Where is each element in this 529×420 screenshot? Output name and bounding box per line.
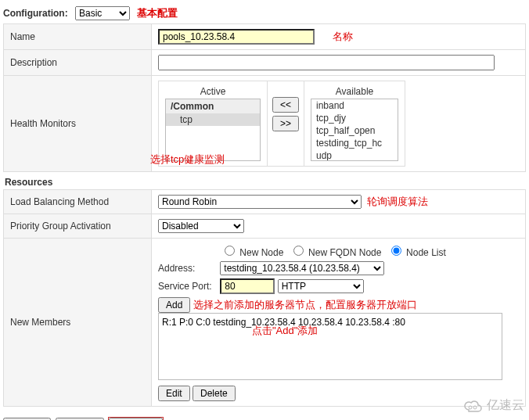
configuration-select[interactable]: Basic: [75, 6, 130, 20]
move-right-button[interactable]: >>: [272, 116, 299, 131]
name-input[interactable]: [158, 29, 315, 45]
description-input[interactable]: [158, 55, 495, 70]
resources-title: Resources: [3, 172, 526, 189]
lb-method-label: Load Balancing Method: [10, 196, 109, 207]
available-listbox[interactable]: inband tcp_djy tcp_half_open testding_tc…: [311, 99, 398, 161]
address-label: Address:: [158, 263, 218, 274]
pga-label: Priority Group Activation: [10, 221, 111, 232]
note-add-node: 选择之前添加的服务器节点，配置服务器开放端口: [193, 299, 417, 311]
radio-new-fqdn[interactable]: New FQDN Node: [290, 247, 382, 258]
avail-item-2[interactable]: tcp_half_open: [311, 124, 398, 137]
avail-item-1[interactable]: tcp_djy: [311, 112, 398, 124]
avail-item-0[interactable]: inband: [311, 99, 398, 112]
pga-select[interactable]: Disabled: [158, 219, 244, 233]
radio-node-list[interactable]: Node List: [387, 247, 446, 258]
active-title: Active: [165, 86, 261, 99]
radio-new-node[interactable]: New Node: [221, 247, 283, 258]
note-lb: 轮询调度算法: [367, 196, 428, 207]
service-port-input[interactable]: [220, 278, 275, 294]
members-listbox[interactable]: R:1 P:0 C:0 testding_10.23.58.4 10.23.58…: [158, 313, 502, 380]
add-button[interactable]: Add: [158, 297, 190, 313]
note-tcp-monitor: 选择tcp健康监测: [150, 153, 519, 167]
edit-button[interactable]: Edit: [158, 386, 190, 401]
note-basic-config: 基本配置: [137, 7, 178, 19]
watermark: 亿速云: [463, 397, 524, 414]
description-label: Description: [10, 57, 57, 68]
active-item-tcp[interactable]: tcp: [166, 113, 260, 126]
configuration-label: Configuration:: [3, 8, 68, 19]
service-port-label: Service Port:: [158, 281, 218, 292]
active-listbox[interactable]: /Common tcp: [165, 99, 261, 161]
svg-point-1: [473, 406, 477, 409]
resources-table: Load Balancing Method Round Robin 轮询调度算法…: [3, 189, 526, 407]
active-group: /Common: [166, 99, 260, 113]
cloud-icon: [463, 400, 484, 412]
note-name: 名称: [333, 31, 353, 42]
available-title: Available: [311, 86, 398, 99]
health-monitors-label: Health Monitors: [10, 118, 76, 129]
delete-button[interactable]: Delete: [193, 386, 236, 401]
svg-point-0: [469, 406, 472, 409]
service-port-select[interactable]: HTTP: [278, 279, 364, 293]
new-members-label: New Members: [10, 317, 70, 328]
avail-item-3[interactable]: testding_tcp_hc: [311, 137, 398, 149]
address-select[interactable]: testding_10.23.58.4 (10.23.58.4): [220, 261, 384, 275]
note-click-add: 点击"Add"添加: [252, 324, 318, 338]
name-label: Name: [10, 31, 35, 42]
move-left-button[interactable]: <<: [272, 97, 299, 113]
lb-method-select[interactable]: Round Robin: [158, 195, 362, 209]
general-table: Name 名称 Description Health Monitors Acti…: [3, 23, 526, 172]
